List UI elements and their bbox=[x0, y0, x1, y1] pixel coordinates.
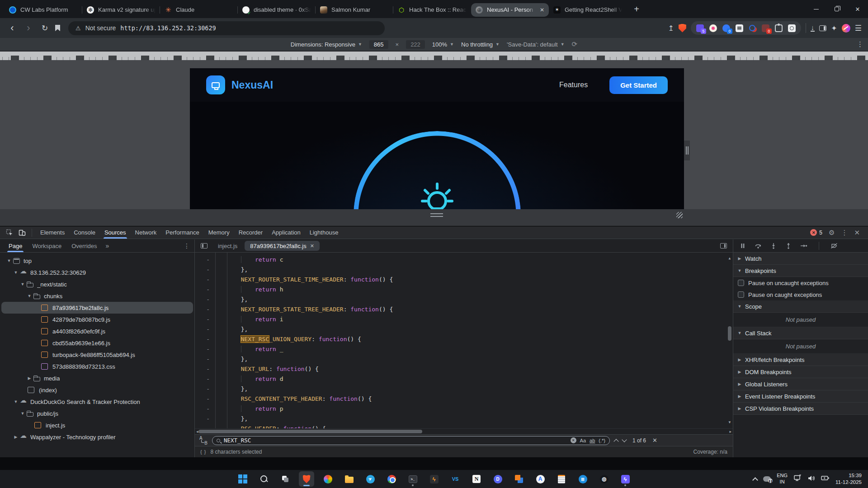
devtools-tab-memory[interactable]: Memory bbox=[204, 226, 234, 239]
throttling-select[interactable]: No throttling ▼ bbox=[461, 41, 500, 48]
match-case-toggle[interactable]: Aa bbox=[580, 438, 586, 443]
expanded-arrow-icon[interactable]: ▼ bbox=[6, 258, 12, 263]
tree-item[interactable]: (index) bbox=[1, 384, 193, 396]
tree-item[interactable]: ▼top bbox=[1, 255, 193, 267]
tree-item[interactable]: ▼DuckDuckGo Search & Tracker Protection bbox=[1, 396, 193, 408]
sidebar-icon[interactable] bbox=[819, 25, 826, 31]
tree-item[interactable]: ▶media bbox=[1, 372, 193, 384]
step-over-icon[interactable] bbox=[755, 243, 762, 249]
devtools-tab-sources[interactable]: Sources bbox=[100, 226, 131, 239]
browser-tab-openai[interactable]: ✻Karma v2 signature up bbox=[82, 3, 160, 17]
search-query[interactable]: NEXT_RSC bbox=[224, 437, 567, 444]
whole-word-toggle[interactable]: ab bbox=[590, 438, 595, 443]
language-code[interactable]: ENG bbox=[777, 473, 788, 479]
step-into-icon[interactable] bbox=[770, 243, 777, 249]
breakpoint-option[interactable]: Pause on uncaught exceptions bbox=[733, 277, 868, 289]
address-bar[interactable]: ⚠ Not secure http://83.136.252.32:30629 bbox=[68, 21, 385, 35]
minimize-button[interactable] bbox=[806, 0, 826, 18]
height-input[interactable]: 222 bbox=[406, 40, 425, 49]
section-header-watch[interactable]: ▶Watch bbox=[733, 253, 868, 265]
tray-overflow-icon[interactable] bbox=[752, 477, 758, 483]
browser-tab-globe[interactable]: ⊕NexusAI - Person✕ bbox=[471, 3, 549, 17]
tree-item[interactable]: 573d888398d73213.css bbox=[1, 361, 193, 372]
width-input[interactable]: 865 bbox=[369, 40, 388, 49]
navigator-tab-workspace[interactable]: Workspace bbox=[28, 239, 66, 252]
close-find-bar-icon[interactable]: ✕ bbox=[652, 437, 657, 444]
navigator-tab-page[interactable]: Page bbox=[5, 239, 26, 252]
link-extension-icon[interactable] bbox=[749, 24, 756, 32]
taskbar-task-view-icon[interactable] bbox=[278, 471, 293, 487]
horizontal-scrollbar[interactable]: ◂ ▸ bbox=[195, 428, 733, 434]
onedrive-icon[interactable] bbox=[763, 476, 771, 482]
taskbar-telegram-icon[interactable]: ➤ bbox=[363, 471, 378, 487]
replace-toggle-icon[interactable]: AB bbox=[199, 436, 208, 445]
horizontal-scrollbar-thumb[interactable] bbox=[198, 430, 422, 433]
extension-1-icon[interactable]: 5 bbox=[696, 24, 704, 32]
viewport-resize-handle-bottom[interactable] bbox=[430, 213, 443, 217]
tree-item[interactable]: ▼83.136.252.32:30629 bbox=[1, 267, 193, 278]
battery-icon[interactable] bbox=[821, 475, 830, 483]
menu-icon[interactable]: ☰ bbox=[855, 23, 862, 33]
new-tab-button[interactable]: + bbox=[629, 2, 644, 16]
taskbar-search-icon[interactable] bbox=[256, 471, 272, 487]
tree-item[interactable]: 87a939617be2fa8c.js bbox=[1, 302, 193, 314]
section-header-csp-violation-breakpoints[interactable]: ▶CSP Violation Breakpoints bbox=[733, 403, 868, 415]
save-data-select[interactable]: 'Save-Data': default ▼ bbox=[507, 41, 565, 48]
url-text[interactable]: http://83.136.252.32:30629 bbox=[120, 24, 216, 32]
tree-item[interactable]: ▶Wappalyzer - Technology profiler bbox=[1, 431, 193, 443]
collapsed-arrow-icon[interactable]: ▶ bbox=[13, 435, 19, 439]
taskbar-start-icon[interactable] bbox=[235, 471, 250, 487]
security-label[interactable]: Not secure bbox=[85, 24, 116, 32]
taskbar-vmware-icon[interactable] bbox=[511, 471, 527, 487]
profile-avatar[interactable] bbox=[842, 24, 850, 33]
dimensions-select[interactable]: Dimensions: Responsive ▼ bbox=[291, 41, 362, 48]
network-icon[interactable] bbox=[793, 474, 802, 483]
pause-script-icon[interactable] bbox=[740, 243, 746, 249]
devtools-tab-performance[interactable]: Performance bbox=[161, 226, 203, 239]
brave-shield-icon[interactable] bbox=[679, 24, 686, 33]
checkbox-unchecked[interactable] bbox=[738, 291, 744, 298]
tree-item[interactable]: 42879de7b8087bc9.js bbox=[1, 314, 193, 325]
site-search-extension-icon[interactable] bbox=[788, 24, 796, 32]
share-icon[interactable]: ↥ bbox=[668, 24, 674, 33]
viewport-resize-handle-right[interactable] bbox=[684, 141, 690, 160]
viewport-resize-corner[interactable] bbox=[676, 212, 683, 218]
expanded-arrow-icon[interactable]: ▼ bbox=[26, 294, 33, 298]
checkbox-unchecked[interactable] bbox=[738, 280, 744, 286]
error-counter[interactable]: ✕ 5 bbox=[810, 229, 822, 236]
browser-tab-spider[interactable]: ✶Getting React2Shell V bbox=[549, 3, 627, 17]
devtools-tab-recorder[interactable]: Recorder bbox=[234, 226, 267, 239]
taskbar-navigator-app-icon[interactable]: A bbox=[533, 471, 548, 487]
search-input[interactable]: NEXT_RSC ✕ Aa ab (.*) bbox=[212, 436, 610, 445]
scroll-right-icon[interactable]: ▸ bbox=[729, 429, 731, 434]
tree-item[interactable]: a4403f826d0efc9f.js bbox=[1, 325, 193, 337]
rotate-viewport-icon[interactable]: ⟳ bbox=[572, 40, 578, 48]
navigator-more-icon[interactable]: ⋮ bbox=[184, 242, 190, 249]
clear-search-icon[interactable]: ✕ bbox=[571, 437, 576, 443]
taskbar-brave-icon[interactable] bbox=[299, 471, 314, 487]
collapsed-arrow-icon[interactable]: ▶ bbox=[26, 376, 33, 380]
tree-item[interactable]: ▼public/js bbox=[1, 408, 193, 419]
devtools-tab-console[interactable]: Console bbox=[69, 226, 100, 239]
section-header-dom-breakpoints[interactable]: ▶DOM Breakpoints bbox=[733, 366, 868, 378]
tree-item[interactable]: cbd55ab9639e1e66.js bbox=[1, 337, 193, 349]
deactivate-breakpoints-icon[interactable] bbox=[830, 243, 838, 249]
cookie-extension-icon[interactable] bbox=[709, 24, 717, 32]
browser-tab-avatar[interactable]: Salmon Kumar bbox=[316, 3, 393, 17]
breakpoint-option[interactable]: Pause on caught exceptions bbox=[733, 289, 868, 300]
expanded-arrow-icon[interactable]: ▼ bbox=[13, 399, 19, 404]
pretty-print-icon[interactable]: { } bbox=[200, 449, 206, 455]
features-link[interactable]: Features bbox=[559, 81, 588, 89]
scroll-left-icon[interactable]: ◂ bbox=[196, 429, 198, 434]
taskbar-notion-icon[interactable]: N bbox=[469, 471, 484, 487]
tree-item[interactable]: turbopack-9e886ff5105ab694.js bbox=[1, 349, 193, 361]
hide-navigator-icon[interactable] bbox=[201, 243, 208, 249]
toggle-debugger-sidebar-icon[interactable] bbox=[720, 243, 727, 249]
devtools-close-icon[interactable]: ✕ bbox=[854, 229, 860, 237]
expanded-arrow-icon[interactable]: ▼ bbox=[13, 270, 19, 275]
taskbar-discord-icon[interactable]: D bbox=[490, 471, 505, 487]
zoom-select[interactable]: 100% ▼ bbox=[432, 41, 454, 48]
taskbar-vscode-icon[interactable]: VS bbox=[448, 471, 463, 487]
editor-tab[interactable]: 87a939617be2fa8c.js✕ bbox=[245, 241, 320, 251]
get-started-button[interactable]: Get Started bbox=[609, 76, 668, 94]
